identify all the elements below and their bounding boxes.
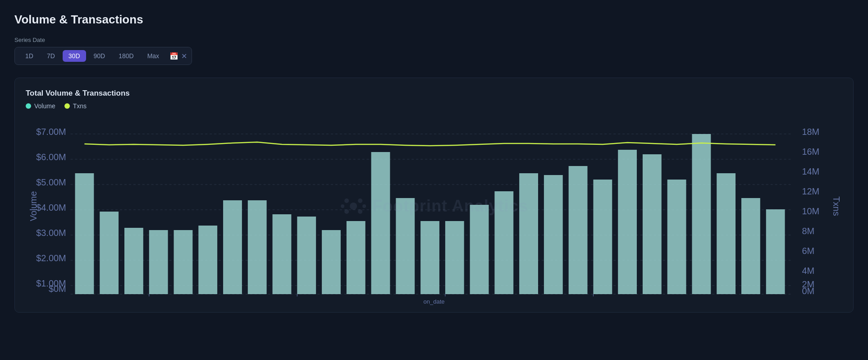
calendar-icon[interactable]: 📅 [169, 52, 178, 60]
volume-label: Volume [34, 102, 55, 110]
svg-rect-51 [470, 205, 489, 294]
svg-text:14M: 14M [802, 166, 819, 176]
svg-rect-57 [618, 150, 637, 294]
filter-max[interactable]: Max [142, 50, 165, 62]
page-container: Volume & Transactions Series Date 1D 7D … [0, 0, 868, 322]
chart-title: Total Volume & Transactions [26, 89, 842, 98]
filter-30d[interactable]: 30D [63, 50, 86, 62]
svg-rect-52 [494, 191, 513, 294]
svg-rect-55 [569, 166, 588, 294]
svg-text:$7.00M: $7.00M [36, 127, 66, 137]
svg-text:8M: 8M [802, 226, 814, 236]
series-date-label: Series Date [14, 37, 854, 43]
svg-text:6M: 6M [802, 246, 814, 256]
svg-rect-47 [371, 152, 390, 294]
date-filter-bar: 1D 7D 30D 90D 180D Max 📅 ✕ [14, 47, 192, 65]
svg-rect-44 [297, 217, 316, 294]
svg-rect-40 [198, 226, 217, 294]
svg-rect-61 [717, 173, 736, 294]
svg-text:Volume: Volume [28, 191, 38, 222]
chart-panel: Total Volume & Transactions Volume Txns [14, 78, 854, 313]
close-icon[interactable]: ✕ [181, 52, 187, 60]
svg-text:12M: 12M [802, 186, 819, 196]
chart-area: Footprint Analytics .grid-line { stroke:… [26, 116, 842, 296]
svg-rect-60 [692, 134, 711, 294]
x-axis-label: on_date [26, 298, 842, 305]
svg-rect-59 [667, 180, 686, 294]
svg-text:4M: 4M [802, 266, 814, 276]
filter-90d[interactable]: 90D [88, 50, 111, 62]
svg-rect-53 [519, 173, 538, 294]
svg-rect-48 [396, 198, 415, 294]
svg-rect-58 [643, 154, 662, 294]
volume-dot [26, 103, 31, 109]
svg-text:10M: 10M [802, 206, 819, 216]
chart-legend: Volume Txns [26, 102, 842, 110]
svg-rect-50 [445, 221, 464, 294]
chart-svg: .grid-line { stroke: #2a3548; stroke-wid… [26, 116, 842, 296]
svg-text:0M: 0M [802, 286, 814, 296]
svg-rect-45 [322, 230, 341, 294]
svg-rect-43 [273, 214, 292, 294]
txns-label: Txns [73, 102, 87, 110]
svg-text:Txns: Txns [831, 196, 841, 216]
svg-rect-54 [544, 175, 563, 294]
svg-rect-49 [420, 221, 439, 294]
svg-rect-63 [766, 209, 785, 294]
svg-rect-42 [248, 200, 267, 294]
svg-rect-39 [174, 230, 193, 294]
svg-text:$3.00M: $3.00M [36, 228, 66, 238]
svg-rect-62 [741, 198, 760, 294]
svg-rect-35 [75, 173, 94, 294]
svg-text:18M: 18M [802, 127, 819, 137]
legend-txns: Txns [64, 102, 87, 110]
svg-rect-38 [149, 230, 168, 294]
svg-text:$0M: $0M [49, 284, 66, 294]
page-title: Volume & Transactions [14, 13, 854, 27]
svg-text:$4.00M: $4.00M [36, 203, 66, 212]
txns-dot [64, 103, 70, 109]
svg-rect-41 [223, 200, 242, 294]
svg-rect-36 [100, 212, 119, 294]
filter-1d[interactable]: 1D [19, 50, 39, 62]
filter-7d[interactable]: 7D [41, 50, 61, 62]
svg-text:$2.00M: $2.00M [36, 253, 66, 263]
svg-text:16M: 16M [802, 147, 819, 157]
svg-text:$6.00M: $6.00M [36, 152, 66, 162]
svg-rect-46 [347, 221, 365, 294]
svg-rect-37 [124, 228, 143, 294]
filter-180d[interactable]: 180D [113, 50, 139, 62]
legend-volume: Volume [26, 102, 55, 110]
svg-text:$5.00M: $5.00M [36, 177, 66, 187]
svg-rect-56 [593, 180, 612, 294]
